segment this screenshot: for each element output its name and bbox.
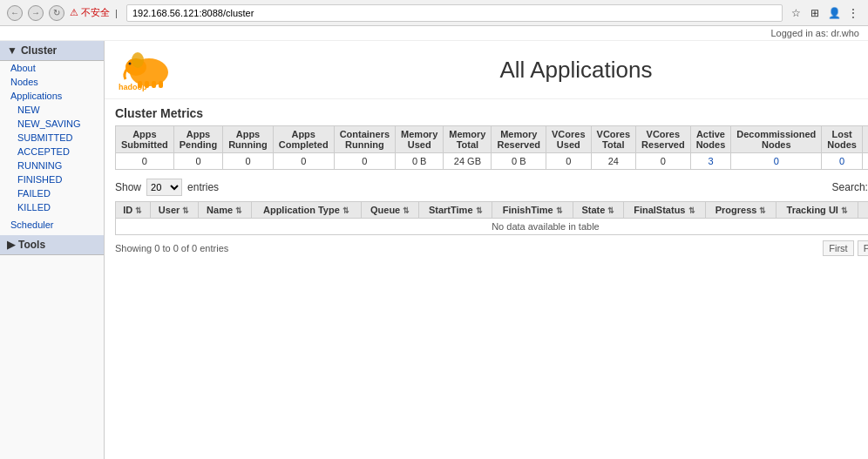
menu-icon[interactable]: ⋮ <box>845 5 861 21</box>
apps-col-finalstatus[interactable]: FinalStatus ⇅ <box>623 202 705 219</box>
security-warning: ⚠ 不安全 <box>70 6 110 19</box>
sidebar-item-nodes[interactable]: Nodes <box>0 75 104 89</box>
sidebar-item-applications[interactable]: Applications <box>0 89 104 103</box>
metric-link-12[interactable]: 0 <box>774 156 779 166</box>
metric-col-memory-total: MemoryTotal <box>444 126 492 153</box>
metrics-section-title: Cluster Metrics <box>115 106 868 120</box>
apps-col-user[interactable]: User ⇅ <box>150 202 198 219</box>
sort-icon: ⇅ <box>476 206 483 215</box>
table-controls: Show 10202550100 entries Search: <box>115 179 868 196</box>
tools-label: Tools <box>18 239 45 251</box>
metric-value-13: 0 <box>822 153 863 170</box>
svg-text:hadoop: hadoop <box>119 83 147 91</box>
browser-actions: ☆ ⊞ 👤 ⋮ <box>788 5 861 21</box>
search-area: Search: <box>832 179 868 196</box>
metric-value-3: 0 <box>273 153 334 170</box>
apps-col-progress[interactable]: Progress ⇅ <box>706 202 776 219</box>
pagination-row: Showing 0 to 0 of 0 entries First Previo… <box>115 240 868 256</box>
sidebar-item-accepted[interactable]: ACCEPTED <box>0 145 104 159</box>
sidebar-item-killed[interactable]: KILLED <box>0 200 104 214</box>
sidebar-item-scheduler[interactable]: Scheduler <box>0 218 104 232</box>
apps-col-queue[interactable]: Queue ⇅ <box>362 202 419 219</box>
sidebar-item-new-saving[interactable]: NEW_SAVING <box>0 117 104 131</box>
metric-col-apps-pending: AppsPending <box>173 126 222 153</box>
metric-link-11[interactable]: 3 <box>708 156 713 166</box>
apps-col-name[interactable]: Name ⇅ <box>198 202 251 219</box>
tools-section[interactable]: ▶ Tools <box>0 235 104 255</box>
metric-col-memory-used: MemoryUsed <box>396 126 444 153</box>
show-label: Show <box>115 181 141 193</box>
metric-value-12: 0 <box>731 153 822 170</box>
sidebar: ▼ Cluster About Nodes Applications NEW N… <box>0 41 105 459</box>
separator: | <box>115 8 118 18</box>
metric-col-lost-nodes: LostNodes <box>822 126 863 153</box>
cluster-triangle-icon: ▼ <box>7 44 17 57</box>
metric-col-unhealthy-nodes: UnhealthyNodes <box>862 126 868 153</box>
metric-value-10: 0 <box>636 153 691 170</box>
main-content: Cluster Metrics AppsSubmitted AppsPendin… <box>105 99 868 263</box>
metric-col-decommissioned-nodes: DecommissionedNodes <box>731 126 822 153</box>
metric-value-7: 0 B <box>492 153 546 170</box>
svg-rect-6 <box>159 81 163 88</box>
sidebar-item-running[interactable]: RUNNING <box>0 159 104 172</box>
metric-value-14: 0 <box>862 153 868 170</box>
cluster-section[interactable]: ▼ Cluster <box>0 41 104 61</box>
svg-point-7 <box>129 63 132 65</box>
forward-button[interactable]: → <box>28 5 44 21</box>
apps-col-finishtime[interactable]: FinishTime ⇅ <box>492 202 573 219</box>
extensions-icon[interactable]: ⊞ <box>807 5 823 21</box>
hadoop-logo-icon: hadoop <box>119 48 180 91</box>
metric-col-apps-submitted: AppsSubmitted <box>116 126 174 153</box>
metric-col-vcores-reserved: VCoresReserved <box>636 126 691 153</box>
svg-rect-5 <box>152 81 156 88</box>
apps-col-tracking-ui[interactable]: Tracking UI ⇅ <box>776 202 858 219</box>
apps-col-id[interactable]: ID ⇅ <box>116 202 151 219</box>
sort-icon: ⇅ <box>841 206 848 215</box>
tools-triangle-icon: ▶ <box>7 239 15 251</box>
metric-value-9: 24 <box>591 153 636 170</box>
sort-icon: ⇅ <box>403 206 410 215</box>
logo-area: hadoop <box>119 48 180 91</box>
metric-value-0: 0 <box>116 153 174 170</box>
first-button[interactable]: First <box>823 240 853 256</box>
previous-button[interactable]: Previous <box>858 240 868 256</box>
apps-col-blacklisted-nodes[interactable]: Blacklisted Nodes ⇅ <box>858 202 868 219</box>
apps-col-state[interactable]: State ⇅ <box>573 202 624 219</box>
sidebar-item-finished[interactable]: FINISHED <box>0 172 104 186</box>
pagination-buttons: First Previous Next Last <box>823 240 868 256</box>
entries-label: entries <box>187 181 219 193</box>
sidebar-item-about[interactable]: About <box>0 61 104 75</box>
app-container: ▼ Cluster About Nodes Applications NEW N… <box>0 41 868 459</box>
metric-col-memory-reserved: MemoryReserved <box>492 126 546 153</box>
sidebar-item-failed[interactable]: FAILED <box>0 186 104 200</box>
svg-point-8 <box>132 52 144 68</box>
metric-link-13[interactable]: 0 <box>839 156 844 166</box>
metric-value-6: 24 GB <box>444 153 492 170</box>
footer-watermark: CSDN @zyw2002 <box>105 263 868 284</box>
search-label: Search: <box>832 181 868 193</box>
sidebar-item-new[interactable]: NEW <box>0 103 104 117</box>
sidebar-item-submitted[interactable]: SUBMITTED <box>0 131 104 145</box>
metric-col-apps-running: AppsRunning <box>223 126 274 153</box>
header-area: hadoop All Applications Cluster Metrics … <box>105 41 868 459</box>
address-bar[interactable] <box>126 4 783 22</box>
show-entries: Show 10202550100 entries <box>115 179 219 196</box>
metric-value-2: 0 <box>223 153 274 170</box>
back-button[interactable]: ← <box>7 5 23 21</box>
cluster-label: Cluster <box>21 44 57 57</box>
profile-icon[interactable]: 👤 <box>826 5 842 21</box>
entries-select[interactable]: 10202550100 <box>146 179 182 196</box>
sort-icon: ⇅ <box>342 206 349 215</box>
apps-col-application-type[interactable]: Application Type ⇅ <box>251 202 362 219</box>
metric-value-4: 0 <box>334 153 395 170</box>
metric-col-vcores-used: VCoresUsed <box>546 126 592 153</box>
sort-icon: ⇅ <box>235 206 242 215</box>
metric-col-containers-running: ContainersRunning <box>334 126 395 153</box>
bookmark-icon[interactable]: ☆ <box>788 5 804 21</box>
cluster-metrics-table: AppsSubmitted AppsPending AppsRunning Ap… <box>115 125 868 170</box>
metric-value-8: 0 <box>546 153 592 170</box>
refresh-button[interactable]: ↻ <box>49 5 64 21</box>
sort-icon: ⇅ <box>135 206 142 215</box>
apps-col-starttime[interactable]: StartTime ⇅ <box>419 202 492 219</box>
sort-icon: ⇅ <box>556 206 563 215</box>
